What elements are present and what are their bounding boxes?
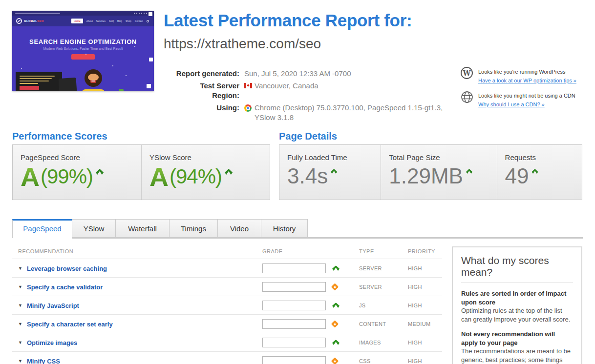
thumb-social-icons xyxy=(134,13,147,14)
scores-point1-text: Optimizing rules at the top of the list … xyxy=(461,306,573,324)
type-value: JS xyxy=(359,303,365,308)
recommendation-link[interactable]: Minify CSS xyxy=(27,357,60,364)
yslow-percent: (94%) xyxy=(170,162,222,191)
fully-loaded-time-card: Fully Loaded Time 3.4s xyxy=(279,145,381,200)
region-value: Vancouver, Canada xyxy=(244,81,319,91)
wp-tips-link[interactable]: Have a look at our WP optimization tips … xyxy=(478,78,576,83)
col-grade: GRADE xyxy=(262,248,283,254)
thumb-nav-item: Blog xyxy=(117,20,122,22)
report-meta: Report generated: Sun, Jul 5, 2020 12:33… xyxy=(172,69,459,125)
trend-up-icon xyxy=(331,169,337,174)
expand-icon[interactable]: ▼ xyxy=(18,359,22,364)
wordpress-notice: W Looks like you're running WordPress Ha… xyxy=(461,67,588,84)
grade-bar: A (98) xyxy=(262,301,326,310)
table-row: ▼ Minify CSS A (99) CSS HIGH xyxy=(12,352,442,364)
generated-value: Sun, Jul 5, 2020 12:33 AM -0700 xyxy=(244,69,351,79)
grade-bar: A (99) xyxy=(262,338,326,347)
thumb-scroll-icon xyxy=(149,12,152,16)
requests-value: 49 xyxy=(505,162,529,190)
performance-scores-heading: Performance Scores xyxy=(12,131,107,142)
thumb-nav-item: Shop xyxy=(126,20,131,22)
grade-trend-icon xyxy=(332,340,340,345)
thumb-nav-item: FAQ xyxy=(109,20,114,22)
using-value: Chrome (Desktop) 75.0.3770.100, PageSpee… xyxy=(244,103,459,122)
gtmetrix-report-page: GLOBALSEO Home About Services FAQ Blog S… xyxy=(0,0,595,364)
tab-video[interactable]: Video xyxy=(218,219,261,238)
thumb-contact-line xyxy=(15,13,60,14)
expand-icon[interactable]: ▼ xyxy=(18,303,22,308)
expand-icon[interactable]: ▼ xyxy=(18,266,22,271)
thumb-nav-item: Contact xyxy=(135,20,143,22)
priority-value: HIGH xyxy=(408,358,422,364)
total-page-size-value: 1.29MB xyxy=(389,162,463,190)
pagespeed-grade: A xyxy=(21,162,40,191)
globe-icon xyxy=(461,91,474,105)
thumb-cookie-banner xyxy=(16,72,62,91)
notices: W Looks like you're running WordPress Ha… xyxy=(461,67,588,115)
priority-value: HIGH xyxy=(408,340,422,345)
col-priority: PRIORITY xyxy=(408,248,435,254)
report-tabs: PageSpeed YSlow Waterfall Timings Video … xyxy=(12,219,308,238)
scores-point2-text: The recommendations are meant to be gene… xyxy=(461,347,573,364)
trend-up-icon xyxy=(532,169,538,174)
thumb-illustration xyxy=(59,69,132,91)
expand-icon[interactable]: ▼ xyxy=(18,322,22,326)
table-row: ▼ Specify a character set early A (99) C… xyxy=(12,315,442,333)
grade-bar: A (94) xyxy=(262,282,326,292)
tab-pagespeed[interactable]: PageSpeed xyxy=(12,219,72,238)
thumb-topbar xyxy=(12,11,154,16)
recommendation-link[interactable]: Optimize images xyxy=(27,339,77,346)
recommendation-link[interactable]: Specify a cache validator xyxy=(27,283,103,290)
tab-timings[interactable]: Timings xyxy=(170,219,218,238)
thumb-search-icon xyxy=(147,20,149,22)
priority-value: HIGH xyxy=(408,284,422,290)
requests-label: Requests xyxy=(505,153,582,162)
recommendation-link[interactable]: Leverage browser caching xyxy=(27,264,107,272)
trend-up-icon xyxy=(96,169,104,175)
thumb-navbar: GLOBALSEO Home About Services FAQ Blog S… xyxy=(12,16,154,26)
generated-label: Report generated: xyxy=(172,69,239,79)
thumb-logo-icon xyxy=(16,18,22,24)
grade-bar: A (99) xyxy=(262,319,326,329)
cdn-why-link[interactable]: Why should I use a CDN? » xyxy=(478,101,545,107)
priority-value: HIGH xyxy=(408,265,422,271)
site-thumbnail[interactable]: GLOBALSEO Home About Services FAQ Blog S… xyxy=(12,11,154,91)
report-url-link[interactable]: https://xtratheme.com/seo xyxy=(164,36,321,52)
thumb-menu-icon xyxy=(149,58,153,61)
recommendation-link[interactable]: Minify JavaScript xyxy=(27,302,79,309)
pagespeed-score-card: PageSpeed Score A (99%) xyxy=(13,145,141,200)
yslow-score-card: YSlow Score A (94%) xyxy=(141,145,270,200)
scores-meaning-heading: What do my scores mean? xyxy=(461,255,573,278)
grade-trend-icon xyxy=(331,283,339,291)
yslow-grade: A xyxy=(149,162,169,191)
table-row: ▼ Leverage browser caching A (92) SERVER… xyxy=(12,259,442,278)
priority-value: HIGH xyxy=(408,303,422,308)
expand-icon[interactable]: ▼ xyxy=(18,284,22,289)
wordpress-icon: W xyxy=(461,67,474,79)
type-value: SERVER xyxy=(359,284,382,290)
fully-loaded-time-value: 3.4s xyxy=(287,162,328,190)
expand-icon[interactable]: ▼ xyxy=(18,340,22,345)
thumb-nav-home: Home xyxy=(71,19,83,23)
thumb-cta-button xyxy=(71,54,95,60)
tab-yslow[interactable]: YSlow xyxy=(72,219,116,238)
grade-trend-icon xyxy=(331,320,339,328)
priority-value: MEDIUM xyxy=(408,321,430,327)
thumb-nav-item: About xyxy=(86,20,93,22)
tab-history[interactable]: History xyxy=(261,219,308,238)
canada-flag-icon xyxy=(244,83,252,88)
trend-up-icon xyxy=(466,169,472,174)
recommendations-table: RECOMMENDATION GRADE TYPE PRIORITY ▼ Lev… xyxy=(12,246,442,364)
thumb-subheadline: Modern Web Solutions, Faster Time and Be… xyxy=(12,47,154,50)
recommendation-link[interactable]: Specify a character set early xyxy=(27,320,113,327)
page-details-box: Fully Loaded Time 3.4s Total Page Size 1… xyxy=(279,144,582,200)
scores-meaning-panel: What do my scores mean? Rules are sorted… xyxy=(452,246,582,364)
tab-waterfall[interactable]: Waterfall xyxy=(116,219,170,238)
table-row: ▼ Minify JavaScript A (98) JS HIGH xyxy=(12,296,442,315)
wordpress-notice-text: Looks like you're running WordPress xyxy=(478,69,566,75)
scores-point1-title: Rules are sorted in order of impact upon… xyxy=(461,289,573,306)
requests-card: Requests 49 xyxy=(497,145,582,200)
thumb-hero: SEARCH ENGINE OPTIMIZATION Modern Web So… xyxy=(12,38,154,91)
cdn-notice: Looks like you might not be using a CDN … xyxy=(461,91,588,108)
cdn-notice-text: Looks like you might not be using a CDN xyxy=(478,93,575,99)
